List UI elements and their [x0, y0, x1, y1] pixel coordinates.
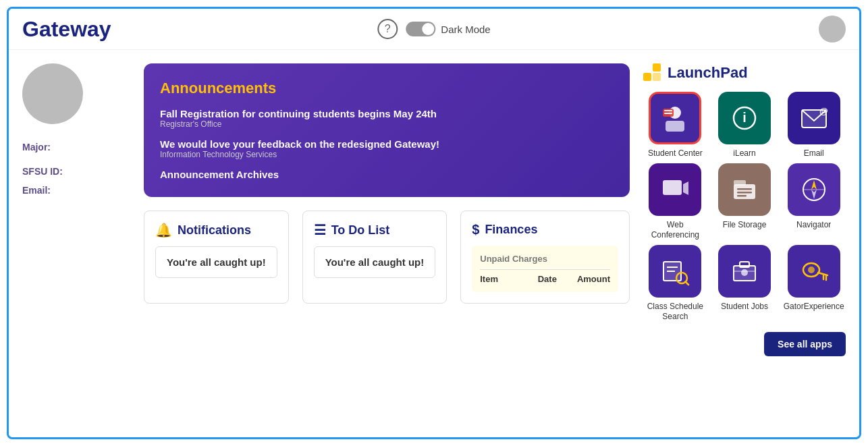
svg-rect-4	[666, 121, 684, 132]
main-container: Gateway ? Dark Mode Major: SFSU ID:	[7, 7, 861, 439]
student-jobs-icon-wrapper	[718, 245, 771, 298]
dark-mode-switch[interactable]	[406, 22, 435, 36]
main-content: Major: SFSU ID: Email: Announcements Fal…	[9, 50, 859, 370]
svg-rect-6	[664, 110, 672, 111]
bottom-row: 🔔 Notifications You're all caught up! ☰ …	[144, 211, 630, 304]
announcement-2-source: Information Technology Services	[160, 150, 614, 159]
unpaid-charges-label: Unpaid Charges	[480, 254, 610, 264]
major-field: Major:	[22, 138, 130, 157]
launchpad-panel: LaunchPad Student Center	[643, 63, 846, 356]
file-storage-icon-wrapper	[718, 163, 771, 216]
announcements-title: Announcements	[160, 80, 614, 97]
header-center-controls: ? Dark Mode	[377, 19, 490, 39]
notifications-status: You're all caught up!	[155, 246, 277, 278]
todo-status: You're all caught up!	[314, 246, 436, 278]
svg-rect-7	[664, 113, 672, 114]
app-student-jobs[interactable]: Student Jobs	[713, 245, 777, 321]
finances-title: $ Finances	[472, 222, 618, 238]
file-storage-icon	[728, 173, 761, 206]
todo-title: ☰ To Do List	[314, 222, 436, 238]
svg-marker-14	[683, 182, 688, 195]
class-schedule-search-icon-wrapper	[649, 245, 701, 298]
announcement-1-text: Fall Registration for continuing student…	[160, 108, 614, 119]
svg-rect-0	[643, 73, 651, 81]
dark-mode-label: Dark Mode	[441, 24, 490, 35]
student-center-icon	[659, 102, 691, 134]
finances-card: $ Finances Unpaid Charges Item Date Amou…	[460, 211, 630, 304]
svg-line-29	[686, 282, 689, 285]
svg-rect-18	[737, 192, 752, 194]
app-gator-experience[interactable]: GatorExperience	[782, 245, 846, 321]
center-column: Announcements Fall Registration for cont…	[144, 63, 630, 356]
class-schedule-search-label: Class Schedule Search	[643, 302, 707, 321]
student-jobs-icon	[728, 255, 761, 287]
email-label: Email:	[22, 185, 51, 196]
profile-panel: Major: SFSU ID: Email:	[22, 63, 130, 356]
see-all-apps-button[interactable]: See all apps	[764, 332, 846, 356]
svg-marker-21	[811, 180, 817, 190]
student-jobs-label: Student Jobs	[721, 302, 768, 311]
app-class-schedule-search[interactable]: Class Schedule Search	[643, 245, 707, 321]
navigator-icon	[798, 173, 830, 206]
class-schedule-search-icon	[659, 255, 691, 287]
email-icon: @	[798, 102, 830, 134]
email-label: Email	[804, 148, 824, 158]
todo-card: ☰ To Do List You're all caught up!	[302, 211, 447, 304]
header-avatar[interactable]	[819, 16, 846, 43]
date-col-header: Date	[538, 274, 557, 284]
launchpad-brand-icon	[643, 63, 662, 82]
svg-point-33	[741, 269, 748, 276]
launchpad-title: LaunchPad	[643, 63, 846, 82]
list-icon: ☰	[314, 222, 326, 238]
navigator-icon-wrapper	[788, 163, 840, 216]
announcement-item-1: Fall Registration for continuing student…	[160, 108, 614, 129]
email-icon-wrapper: @	[788, 92, 840, 144]
notifications-card: 🔔 Notifications You're all caught up!	[144, 211, 289, 304]
svg-rect-17	[737, 188, 752, 190]
navigator-label: Navigator	[796, 220, 831, 229]
web-conferencing-label: Web Conferencing	[643, 220, 707, 240]
announcement-archives-section: Announcement Archives	[160, 169, 614, 181]
svg-rect-1	[653, 63, 661, 72]
app-file-storage[interactable]: File Storage	[713, 163, 777, 240]
gator-experience-icon	[798, 255, 830, 287]
bell-icon: 🔔	[155, 222, 172, 238]
dollar-icon: $	[472, 222, 479, 238]
header: Gateway ? Dark Mode	[9, 9, 859, 50]
svg-rect-2	[653, 73, 661, 81]
svg-rect-16	[734, 180, 746, 186]
app-web-conferencing[interactable]: Web Conferencing	[643, 163, 707, 240]
web-conferencing-icon	[659, 173, 691, 206]
announcement-archives-link[interactable]: Announcement Archives	[160, 169, 279, 180]
gator-experience-icon-wrapper	[788, 245, 840, 298]
ilearn-icon: i	[728, 102, 761, 134]
announcement-2-text: We would love your feedback on the redes…	[160, 138, 614, 150]
major-label: Major:	[22, 142, 51, 152]
svg-point-36	[808, 267, 815, 273]
finances-table: Unpaid Charges Item Date Amount	[472, 246, 618, 292]
file-storage-label: File Storage	[723, 220, 767, 229]
app-title: Gateway	[22, 17, 111, 42]
notifications-title: 🔔 Notifications	[155, 222, 277, 238]
sfsu-id-field: SFSU ID:	[22, 162, 130, 181]
finances-table-header: Item Date Amount	[480, 269, 610, 284]
toggle-knob	[422, 23, 434, 35]
svg-rect-13	[663, 180, 682, 195]
ilearn-icon-wrapper: i	[718, 92, 771, 144]
student-center-icon-wrapper	[649, 92, 701, 144]
app-email[interactable]: @ Email	[782, 92, 846, 158]
apps-grid: Student Center i iLearn	[643, 92, 846, 321]
ilearn-label: iLearn	[733, 148, 755, 158]
app-student-center[interactable]: Student Center	[643, 92, 707, 158]
help-icon[interactable]: ?	[377, 19, 398, 39]
amount-col-header: Amount	[577, 274, 610, 284]
app-ilearn[interactable]: i iLearn	[713, 92, 777, 158]
announcements-card: Announcements Fall Registration for cont…	[144, 63, 630, 197]
dark-mode-toggle[interactable]: Dark Mode	[406, 22, 490, 36]
svg-text:@: @	[819, 106, 828, 116]
student-center-label: Student Center	[648, 148, 703, 158]
app-navigator[interactable]: Navigator	[782, 163, 846, 240]
svg-rect-19	[737, 195, 747, 197]
svg-marker-22	[811, 190, 817, 199]
item-col-header: Item	[480, 274, 498, 284]
